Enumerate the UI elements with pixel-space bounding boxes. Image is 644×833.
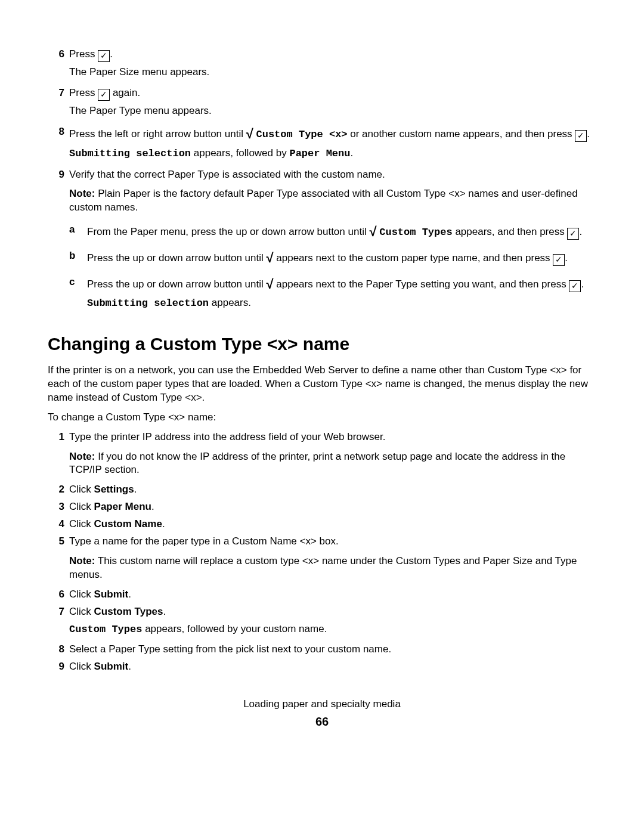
check-button-icon: ✓ <box>569 280 581 292</box>
section-lead: To change a Custom Type <x> name: <box>48 411 596 425</box>
display-text: Custom Types <box>69 624 142 635</box>
step-body: Click Paper Menu. <box>69 500 596 514</box>
page-number: 66 <box>48 714 596 730</box>
footer-title: Loading paper and specialty media <box>48 698 596 711</box>
text: . <box>350 147 353 159</box>
step-body: Click Submit. <box>69 588 596 602</box>
text: again. <box>110 87 140 98</box>
substeps: a From the Paper menu, press the up or d… <box>69 223 596 311</box>
check-button-icon: ✓ <box>98 50 110 62</box>
text: Press the left or right arrow button unt… <box>69 128 246 140</box>
note-label: Note: <box>69 451 95 462</box>
note-label: Note: <box>69 188 95 199</box>
step-body: Click Settings. <box>69 483 596 497</box>
text: Select a Paper Type setting from the pic… <box>69 643 391 655</box>
step-8: 8 Press the left or right arrow button u… <box>48 125 596 161</box>
text: . <box>579 226 582 237</box>
text: From the Paper menu, press the up or dow… <box>87 226 369 237</box>
text: Type a name for the paper type in a Cust… <box>69 535 339 547</box>
substep-body: Press the up or down arrow button until … <box>87 249 596 267</box>
step-body: Click Submit. <box>69 660 596 674</box>
text: . <box>162 518 165 529</box>
step-number: 8 <box>48 643 69 657</box>
text: . <box>134 484 137 495</box>
bstep-8: 8 Select a Paper Type setting from the p… <box>48 643 596 657</box>
text: appears next to the custom paper type na… <box>274 252 553 264</box>
substep-number: a <box>69 223 87 241</box>
text: . <box>565 252 568 264</box>
step-body: Type the printer IP address into the add… <box>69 431 596 478</box>
text: Click <box>69 518 94 529</box>
substep-a: a From the Paper menu, press the up or d… <box>69 223 596 241</box>
check-button-icon: ✓ <box>567 228 579 240</box>
text: . <box>581 278 584 290</box>
text: Click <box>69 484 94 495</box>
text: . <box>151 501 154 512</box>
step-number: 4 <box>48 518 69 531</box>
step-number: 8 <box>48 125 69 161</box>
substep-number: c <box>69 275 87 311</box>
display-text: Submitting selection <box>87 298 209 309</box>
text: . <box>587 128 590 140</box>
text: Press <box>69 87 98 98</box>
text: Click <box>69 661 94 672</box>
check-button-icon: ✓ <box>575 130 587 142</box>
step-body: Press the left or right arrow button unt… <box>69 125 596 161</box>
text: . <box>128 661 131 672</box>
bstep-4: 4 Click Custom Name. <box>48 518 596 531</box>
step-number: 7 <box>48 605 69 637</box>
bstep-1: 1 Type the printer IP address into the a… <box>48 431 596 478</box>
note: Note: If you do not know the IP address … <box>69 450 596 478</box>
result-text: The Paper Type menu appears. <box>69 104 596 118</box>
text: Click <box>69 589 94 600</box>
step-number: 9 <box>48 660 69 674</box>
step-number: 3 <box>48 500 69 514</box>
step-body: Press ✓. The Paper Size menu appears. <box>69 48 596 79</box>
display-text: Custom Types <box>379 227 452 238</box>
substep-body: From the Paper menu, press the up or dow… <box>87 223 596 241</box>
bold-text: Paper Menu <box>94 501 151 512</box>
step-6: 6 Press ✓. The Paper Size menu appears. <box>48 48 596 79</box>
text: appears next to the Paper Type setting y… <box>274 278 569 290</box>
display-text: Paper Menu <box>289 148 350 159</box>
substep-c: c Press the up or down arrow button unti… <box>69 275 596 311</box>
result-text: Custom Types appears, followed by your c… <box>69 623 596 637</box>
step-body: Press ✓ again. The Paper Type menu appea… <box>69 86 596 118</box>
text: or another custom name appears, and then… <box>348 128 575 140</box>
step-number: 7 <box>48 86 69 118</box>
text: Verify that the correct Paper Type is as… <box>69 169 385 180</box>
checkmark-icon: √ <box>267 250 274 265</box>
bstep-3: 3 Click Paper Menu. <box>48 500 596 514</box>
text: . <box>163 606 166 617</box>
bold-text: Submit <box>94 589 129 600</box>
note-text: This custom name will replace a custom t… <box>69 555 577 580</box>
check-button-icon: ✓ <box>98 89 110 101</box>
bstep-2: 2 Click Settings. <box>48 483 596 497</box>
bstep-6: 6 Click Submit. <box>48 588 596 602</box>
text: appears, followed by your custom name. <box>142 623 327 634</box>
step-number: 1 <box>48 431 69 478</box>
checkmark-icon: √ <box>246 126 253 141</box>
text: appears, and then press <box>453 226 568 237</box>
text: Press the up or down arrow button until <box>87 252 267 264</box>
page-footer: Loading paper and specialty media 66 <box>48 698 596 730</box>
bold-text: Submit <box>94 661 129 672</box>
step-number: 6 <box>48 588 69 602</box>
step-number: 2 <box>48 483 69 497</box>
note-text: If you do not know the IP address of the… <box>69 451 565 476</box>
result-text: The Paper Size menu appears. <box>69 66 596 79</box>
step-number: 9 <box>48 168 69 311</box>
step-body: Click Custom Name. <box>69 518 596 531</box>
checkmark-icon: √ <box>267 277 274 292</box>
bold-text: Custom Name <box>94 518 162 529</box>
bold-text: Custom Types <box>94 606 163 617</box>
text: Click <box>69 606 94 617</box>
step-body: Click Custom Types. Custom Types appears… <box>69 605 596 637</box>
bstep-9: 9 Click Submit. <box>48 660 596 674</box>
step-body: Select a Paper Type setting from the pic… <box>69 643 596 657</box>
bstep-5: 5 Type a name for the paper type in a Cu… <box>48 535 596 582</box>
substep-number: b <box>69 249 87 267</box>
text: Press <box>69 48 98 60</box>
bold-text: Settings <box>94 484 134 495</box>
step-body: Verify that the correct Paper Type is as… <box>69 168 596 311</box>
